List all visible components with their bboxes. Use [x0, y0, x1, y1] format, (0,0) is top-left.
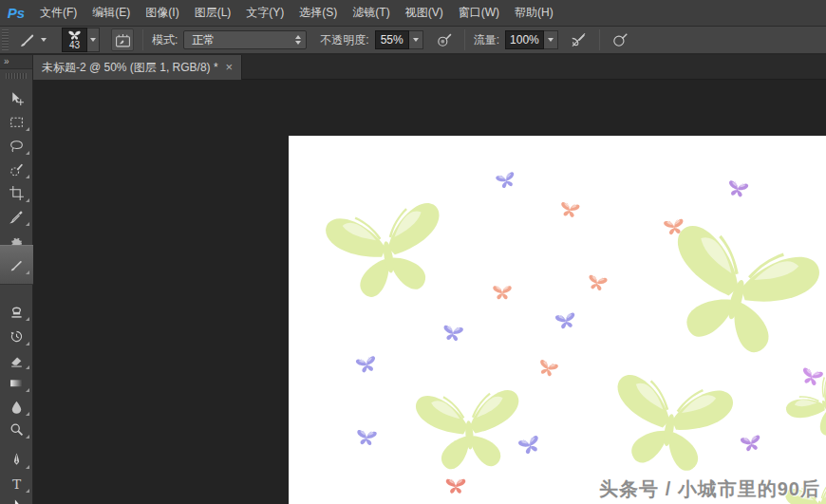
menu-window[interactable]: 窗口(W) — [451, 0, 507, 26]
blur-tool[interactable] — [3, 396, 30, 417]
history-brush-tool[interactable] — [3, 326, 30, 346]
photoshop-logo-icon[interactable]: Ps — [0, 5, 32, 21]
flow-label: 流量: — [474, 32, 499, 48]
document-canvas[interactable]: 头条号 / 小城市里的90后 — [289, 136, 826, 504]
pressure-size-button[interactable] — [609, 28, 631, 51]
butterflies-artwork — [289, 136, 826, 504]
document-tab-title: 未标题-2 @ 50% (图层 1, RGB/8) * — [42, 60, 218, 76]
quick-selection-tool-icon — [9, 161, 25, 177]
close-tab-icon[interactable]: × — [226, 62, 234, 73]
pen-tool-icon — [9, 452, 25, 468]
brush-tool-icon — [9, 257, 25, 273]
brush-preset-picker[interactable]: 43 — [62, 28, 100, 52]
menu-filter[interactable]: 滤镜(T) — [345, 0, 397, 26]
tab-bar: 未标题-2 @ 50% (图层 1, RGB/8) * × — [33, 55, 826, 80]
tools-panel-grip[interactable] — [6, 71, 27, 80]
flow-dropdown-button[interactable] — [544, 30, 558, 49]
blur-tool-icon — [9, 399, 25, 415]
airbrush-button[interactable] — [568, 28, 591, 51]
menu-file[interactable]: 文件(F) — [32, 0, 84, 26]
divider — [599, 29, 600, 50]
mode-label: 模式: — [152, 32, 178, 48]
options-bar-grip[interactable] — [2, 29, 9, 50]
tool-preset-picker[interactable] — [14, 28, 49, 51]
butterfly-small — [536, 360, 558, 378]
butterfly-small — [726, 180, 748, 198]
brush-size-dropdown-button[interactable] — [87, 28, 100, 52]
pressure-opacity-button[interactable] — [433, 28, 456, 51]
divider — [464, 29, 465, 50]
crop-tool-icon — [9, 185, 25, 201]
lasso-tool-icon — [9, 138, 25, 154]
butterfly-large — [605, 373, 735, 476]
photoshop-window: Ps 文件(F)编辑(E)图像(I)图层(L)文字(Y)选择(S)滤镜(T)视图… — [0, 0, 826, 504]
gradient-tool[interactable] — [3, 372, 30, 393]
rectangular-marquee-tool[interactable] — [3, 111, 30, 132]
options-bar: 43 模式: 正常 不透明度: 55% — [0, 27, 826, 55]
butterfly-small — [496, 172, 516, 190]
toggle-brush-panel-button[interactable] — [111, 28, 134, 51]
chevron-down-icon — [41, 38, 47, 42]
gradient-tool-icon — [9, 375, 25, 391]
move-tool[interactable] — [3, 87, 30, 108]
menu-help[interactable]: 帮助(H) — [507, 0, 561, 26]
butterfly-small — [446, 479, 465, 494]
eyedropper-tool[interactable] — [3, 206, 30, 227]
brush-tool-icon — [17, 30, 38, 49]
quick-selection-tool[interactable] — [3, 159, 30, 179]
pen-tool[interactable] — [3, 449, 30, 470]
path-selection-tool-icon — [9, 498, 25, 504]
butterfly-small — [555, 312, 577, 329]
flow-input[interactable]: 100% — [505, 30, 544, 49]
menu-layer[interactable]: 图层(L) — [187, 0, 239, 26]
rectangular-marquee-tool-icon — [9, 114, 25, 130]
dodge-tool[interactable] — [3, 419, 30, 439]
collapse-toolbar-button[interactable]: » — [0, 55, 32, 69]
eraser-tool[interactable] — [3, 349, 30, 370]
mode-value: 正常 — [192, 32, 215, 48]
brush-panel-icon — [115, 32, 131, 48]
opacity-input[interactable]: 55% — [375, 30, 409, 49]
updown-stepper-icon — [295, 35, 301, 45]
pressure-size-icon — [611, 31, 629, 48]
butterfly-small — [355, 356, 377, 374]
lasso-tool[interactable] — [3, 135, 30, 156]
opacity-label: 不透明度: — [320, 32, 368, 48]
opacity-dropdown-button[interactable] — [409, 30, 423, 49]
divider — [142, 29, 143, 50]
type-tool-icon: T — [9, 476, 25, 492]
clone-stamp-tool-icon — [9, 304, 25, 320]
crop-tool[interactable] — [3, 182, 30, 203]
pressure-opacity-icon — [436, 31, 453, 48]
clone-stamp-tool[interactable] — [3, 301, 30, 322]
butterfly-small — [442, 325, 463, 342]
butterfly-large — [415, 389, 523, 471]
butterfly-small — [493, 286, 511, 299]
svg-text:T: T — [12, 476, 22, 491]
butterfly-small — [587, 274, 608, 291]
menu-image[interactable]: 图像(I) — [138, 0, 186, 26]
eraser-tool-icon — [9, 352, 25, 368]
butterfly-small — [559, 202, 580, 218]
menu-items: 文件(F)编辑(E)图像(I)图层(L)文字(Y)选择(S)滤镜(T)视图(V)… — [32, 0, 561, 26]
document-tab[interactable]: 未标题-2 @ 50% (图层 1, RGB/8) * × — [33, 55, 242, 80]
menu-edit[interactable]: 编辑(E) — [84, 0, 138, 26]
menu-type[interactable]: 文字(Y) — [238, 0, 291, 26]
type-tool[interactable]: T — [3, 473, 30, 494]
butterfly-small — [356, 430, 377, 446]
airbrush-icon — [570, 31, 588, 48]
dodge-tool-icon — [9, 421, 25, 438]
watermark: 头条号 / 小城市里的90后 — [599, 476, 820, 502]
butterfly-small — [517, 436, 541, 456]
menu-view[interactable]: 视图(V) — [398, 0, 451, 26]
mode-select[interactable]: 正常 — [183, 30, 307, 49]
menu-select[interactable]: 选择(S) — [291, 0, 345, 26]
history-brush-tool-icon — [9, 328, 25, 345]
move-tool-icon — [9, 90, 25, 106]
tools-panel: » T — [0, 55, 33, 504]
butterfly-small — [741, 435, 762, 452]
eyedropper-tool-icon — [9, 209, 25, 225]
brush-tool[interactable] — [3, 254, 30, 275]
brush-size-value: 43 — [69, 41, 80, 50]
path-selection-tool[interactable] — [3, 495, 30, 504]
